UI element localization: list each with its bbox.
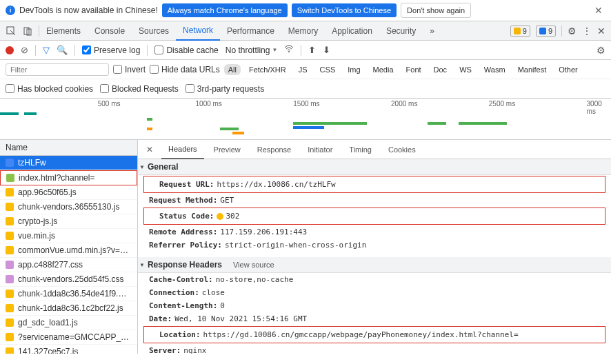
type-js[interactable]: JS: [294, 64, 312, 75]
dtab-timing[interactable]: Timing: [342, 140, 379, 159]
clear-icon[interactable]: ⊘: [21, 45, 28, 55]
request-list: Name tzHLFwindex.html?channel=app.96c50f…: [0, 140, 138, 354]
record-button[interactable]: [6, 46, 14, 54]
blocked-requests-checkbox[interactable]: Blocked Requests: [100, 84, 179, 94]
js-file-icon: [6, 232, 14, 240]
tab-application[interactable]: Application: [325, 21, 379, 41]
search-icon[interactable]: 🔍: [57, 45, 68, 55]
blocked-cookies-checkbox[interactable]: Has blocked cookies: [6, 84, 93, 94]
highlight-box: Location: https://gd.10086.cn/gmccapp/we…: [143, 326, 605, 343]
hide-urls-checkbox[interactable]: Hide data URLs: [150, 65, 220, 74]
import-icon[interactable]: ⬆: [308, 45, 316, 55]
type-font[interactable]: Font: [402, 64, 425, 75]
divider: [35, 45, 36, 56]
request-row[interactable]: ?servicename=GMCCAPP_…: [0, 330, 137, 345]
type-ws[interactable]: WS: [455, 64, 476, 75]
tab-memory[interactable]: Memory: [281, 21, 325, 41]
tab-sources[interactable]: Sources: [132, 21, 176, 41]
tab-performance[interactable]: Performance: [220, 21, 281, 41]
type-wasm[interactable]: Wasm: [480, 64, 510, 75]
inspect-icon[interactable]: [6, 26, 17, 37]
tab-security[interactable]: Security: [379, 21, 423, 41]
request-name: vue.min.js: [18, 231, 55, 241]
type-other[interactable]: Other: [554, 64, 582, 75]
request-name: app.96c50f65.js: [18, 188, 77, 197]
request-row[interactable]: tzHLFw: [0, 156, 137, 170]
dtab-initiator[interactable]: Initiator: [301, 140, 339, 159]
menu-icon[interactable]: ⋮: [582, 26, 592, 37]
request-row[interactable]: chunk-1dda8c36.54de41f9.…: [0, 287, 137, 301]
invert-checkbox[interactable]: Invert: [113, 65, 146, 74]
network-toolbar: ⊘ ▽ 🔍 Preserve log Disable cache No thro…: [0, 41, 611, 60]
request-row[interactable]: gd_sdc_load1.js: [0, 316, 137, 330]
dtab-headers[interactable]: Headers: [161, 140, 204, 159]
export-icon[interactable]: ⬇: [323, 45, 330, 55]
request-row[interactable]: index.html?channel=: [0, 170, 137, 185]
more-tabs-icon[interactable]: »: [423, 21, 441, 41]
request-name: index.html?channel=: [19, 173, 94, 183]
request-row[interactable]: vue.min.js: [0, 229, 137, 243]
dtab-preview[interactable]: Preview: [207, 140, 248, 159]
type-css[interactable]: CSS: [316, 64, 340, 75]
request-row[interactable]: commonVue.umd.min.js?v=…: [0, 243, 137, 258]
preserve-log-checkbox[interactable]: Preserve log: [82, 46, 140, 55]
filter-input[interactable]: [6, 63, 109, 76]
type-manifest[interactable]: Manifest: [514, 64, 551, 75]
request-name: chunk-1dda8c36.54de41f9.…: [18, 289, 126, 299]
html-file-icon: [6, 174, 14, 182]
filter-toggle-icon[interactable]: ▽: [43, 45, 50, 55]
request-row[interactable]: chunk-vendors.25dd54f5.css: [0, 272, 137, 287]
dtab-response[interactable]: Response: [250, 140, 299, 159]
dtab-cookies[interactable]: Cookies: [381, 140, 423, 159]
type-img[interactable]: Img: [343, 64, 364, 75]
request-row[interactable]: app.c488f277.css: [0, 258, 137, 272]
request-row[interactable]: crypto-js.js: [0, 214, 137, 229]
type-media[interactable]: Media: [369, 64, 398, 75]
request-name: app.c488f277.css: [18, 260, 83, 270]
request-name: ?servicename=GMCCAPP_…: [18, 332, 129, 342]
switch-lang-button[interactable]: Switch DevTools to Chinese: [292, 3, 397, 17]
tab-network[interactable]: Network: [176, 21, 220, 41]
throttling-dropdown[interactable]: No throttling▼: [226, 46, 278, 55]
network-content: Name tzHLFwindex.html?channel=app.96c50f…: [0, 140, 611, 354]
request-name: chunk-vendors.25dd54f5.css: [18, 274, 123, 284]
general-section[interactable]: ▼General: [138, 159, 611, 175]
tl-label: 1500 ms: [293, 100, 319, 108]
column-header-name[interactable]: Name: [0, 140, 137, 156]
css-file-icon: [6, 275, 14, 283]
response-headers-section[interactable]: ▼Response HeadersView source: [138, 257, 611, 273]
request-row[interactable]: 141.327ce5c7.js: [0, 345, 137, 354]
date-label: Date:: [149, 314, 172, 323]
date-value: Wed, 10 Nov 2021 15:54:16 GMT: [174, 314, 307, 323]
request-name: chunk-1dda8c36.1c2bcf22.js: [18, 303, 123, 313]
waterfall-timeline[interactable]: 500 ms 1000 ms 1500 ms 2000 ms 2500 ms 3…: [0, 99, 611, 140]
match-lang-button[interactable]: Always match Chrome's language: [162, 3, 288, 17]
close-devtools-icon[interactable]: ✕: [597, 26, 605, 37]
doc-file-icon: [6, 159, 14, 167]
type-doc[interactable]: Doc: [430, 64, 452, 75]
type-fetch[interactable]: Fetch/XHR: [245, 64, 290, 75]
settings-icon[interactable]: ⚙: [568, 26, 577, 37]
third-party-checkbox[interactable]: 3rd-party requests: [186, 84, 264, 94]
network-settings-icon[interactable]: ⚙: [597, 45, 605, 56]
tab-elements[interactable]: Elements: [39, 21, 88, 41]
view-source-link[interactable]: View source: [233, 261, 274, 269]
close-banner-icon[interactable]: ✕: [592, 5, 605, 16]
dont-show-button[interactable]: Don't show again: [401, 3, 471, 18]
close-detail-icon[interactable]: ✕: [141, 145, 159, 154]
disable-cache-checkbox[interactable]: Disable cache: [154, 46, 218, 55]
request-row[interactable]: app.96c50f65.js: [0, 185, 137, 200]
location-label: Location:: [159, 330, 201, 339]
request-row[interactable]: chunk-vendors.36555130.js: [0, 200, 137, 214]
svg-point-3: [288, 51, 290, 52]
wifi-icon[interactable]: [284, 45, 294, 55]
highlight-box: Status Code: 302: [143, 208, 605, 225]
type-all[interactable]: All: [224, 64, 241, 75]
info-badge[interactable]: 9: [536, 26, 556, 37]
tab-console[interactable]: Console: [88, 21, 132, 41]
warning-badge[interactable]: 9: [510, 26, 530, 37]
request-method-label: Request Method:: [149, 196, 217, 205]
device-icon[interactable]: [22, 26, 33, 37]
request-row[interactable]: chunk-1dda8c36.1c2bcf22.js: [0, 301, 137, 316]
status-code-label: Status Code:: [159, 212, 214, 221]
